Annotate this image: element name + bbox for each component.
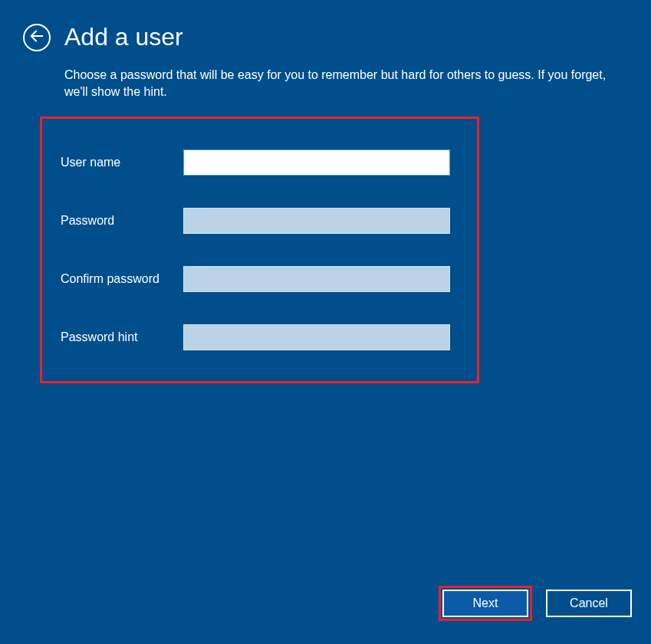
arrow-left-icon <box>28 28 45 48</box>
password-input[interactable] <box>183 208 450 234</box>
password-label: Password <box>61 214 183 228</box>
page-title: Add a user <box>64 23 183 51</box>
username-input[interactable] <box>183 150 450 176</box>
confirm-password-input[interactable] <box>183 266 450 292</box>
password-hint-label: Password hint <box>61 330 183 344</box>
cancel-button[interactable]: Cancel <box>546 590 632 617</box>
next-button[interactable]: Next <box>442 590 528 617</box>
page-subtitle: Choose a password that will be easy for … <box>64 67 616 101</box>
form-highlight-box: User name Password Confirm password Pass… <box>40 117 479 383</box>
password-hint-input[interactable] <box>183 324 450 350</box>
button-bar: Next Cancel <box>439 586 632 621</box>
next-button-highlight: Next <box>439 586 532 621</box>
confirm-password-label: Confirm password <box>61 272 183 286</box>
back-button[interactable] <box>23 24 51 51</box>
username-label: User name <box>61 156 183 169</box>
